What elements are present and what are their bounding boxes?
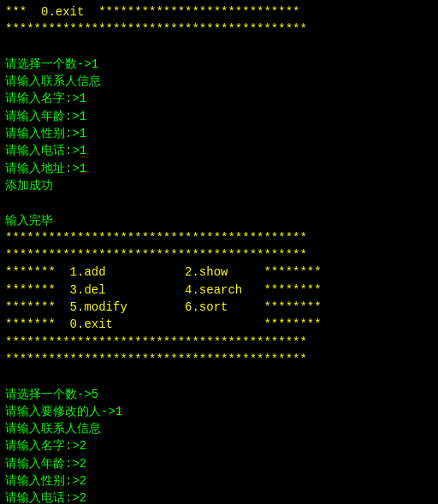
input-phone-1: 请输入电话:>1 bbox=[5, 142, 433, 159]
input-modify-person: 请输入要修改的人->1 bbox=[5, 403, 433, 420]
select-prompt-5: 请选择一个数->5 bbox=[5, 386, 433, 403]
input-address-1: 请输入地址:>1 bbox=[5, 160, 433, 177]
terminal-line bbox=[5, 39, 433, 56]
terminal-line: *** 0.exit **************************** bbox=[5, 3, 433, 21]
menu-row-3: ******* 5.modify 6.sort ******** bbox=[5, 299, 433, 316]
input-gender-2: 请输入性别:>2 bbox=[5, 472, 433, 489]
input-age-1: 请输入年龄:>1 bbox=[5, 108, 433, 125]
blank-line bbox=[5, 194, 433, 211]
input-age-2: 请输入年龄:>2 bbox=[5, 455, 433, 472]
menu-row-1: ******* 1.add 2.show ******** bbox=[5, 264, 433, 281]
separator-stars-3: ****************************************… bbox=[5, 334, 433, 351]
terminal-line: ****************************************… bbox=[5, 21, 433, 38]
input-gender-1: 请输入性别:>1 bbox=[5, 125, 433, 142]
menu-row-2: ******* 3.del 4.search ******** bbox=[5, 282, 433, 299]
add-success: 添加成功 bbox=[5, 177, 433, 194]
blank-line-2 bbox=[5, 368, 433, 385]
separator-stars-1: ****************************************… bbox=[5, 229, 433, 246]
input-contact-info-label: 请输入联系人信息 bbox=[5, 73, 433, 90]
separator-stars-2: ****************************************… bbox=[5, 246, 433, 264]
separator-stars-4: ****************************************… bbox=[5, 351, 433, 368]
input-name-1: 请输入名字:>1 bbox=[5, 90, 433, 107]
input-phone-2: 请输入电话:>2 bbox=[5, 489, 433, 504]
menu-row-4: ******* 0.exit ******** bbox=[5, 316, 433, 333]
select-prompt-1: 请选择一个数->1 bbox=[5, 56, 433, 73]
input-name-2: 请输入名字:>2 bbox=[5, 437, 433, 454]
terminal-window: *** 0.exit **************************** … bbox=[0, 0, 438, 504]
input-complete: 输入完毕 bbox=[5, 212, 433, 229]
input-contact-info-label-2: 请输入联系人信息 bbox=[5, 420, 433, 437]
